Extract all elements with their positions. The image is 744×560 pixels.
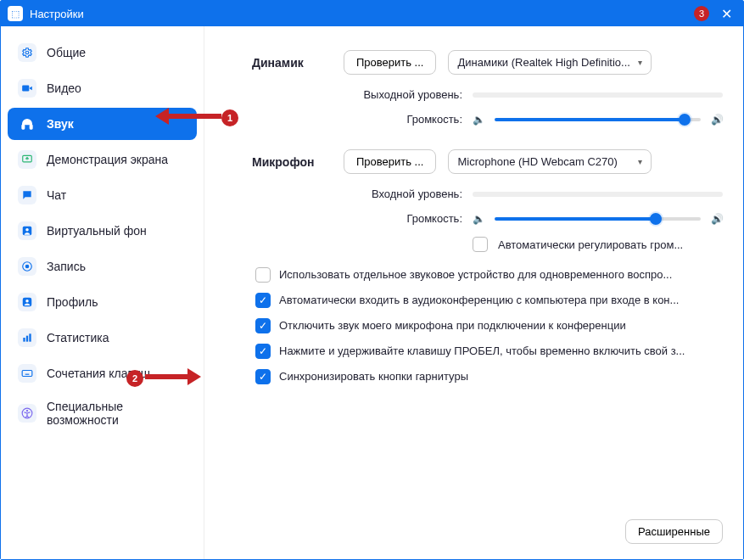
virtual-bg-icon xyxy=(18,221,36,240)
headphones-icon xyxy=(18,115,36,133)
volume-high-icon: 🔊 xyxy=(711,213,723,225)
annotation-arrow-2 xyxy=(145,372,201,382)
keyboard-icon xyxy=(18,364,36,383)
chat-icon xyxy=(18,186,36,204)
sidebar-item-chat[interactable]: Чат xyxy=(8,179,197,211)
sidebar-item-virtual-bg[interactable]: Виртуальный фон xyxy=(8,215,197,247)
svg-rect-3 xyxy=(30,125,32,129)
sidebar-item-label: Демонстрация экрана xyxy=(47,153,168,166)
sidebar-item-general[interactable]: Общие xyxy=(8,36,197,69)
speaker-device-value: Динамики (Realtek High Definitio... xyxy=(457,56,629,69)
sidebar-item-share-screen[interactable]: Демонстрация экрана xyxy=(8,143,197,176)
speaker-device-select[interactable]: Динамики (Realtek High Definitio... ▾ xyxy=(448,50,652,75)
svg-point-16 xyxy=(26,410,28,412)
chevron-down-icon: ▾ xyxy=(638,58,642,67)
sidebar-item-label: Чат xyxy=(47,188,66,202)
auto-adjust-label: Автоматически регулировать гром... xyxy=(498,238,683,251)
svg-point-10 xyxy=(25,300,29,303)
sidebar-item-label: Специальные возможности xyxy=(47,400,187,427)
annotation-badge-1: 1 xyxy=(221,109,238,126)
profile-icon xyxy=(18,293,36,311)
sidebar-item-label: Профиль xyxy=(47,295,98,309)
input-level-label: Входной уровень: xyxy=(344,188,462,200)
speaker-section-label: Динамик xyxy=(252,56,344,70)
auto-join-audio-checkbox[interactable] xyxy=(255,293,271,308)
chevron-down-icon: ▾ xyxy=(638,157,642,166)
settings-window: ⬚ Настройки 3 ✕ Общие Видео Звук Демонст… xyxy=(0,0,744,560)
volume-low-icon: 🔈 xyxy=(473,213,484,225)
auto-adjust-checkbox[interactable] xyxy=(473,237,488,252)
titlebar: ⬚ Настройки 3 ✕ xyxy=(1,1,743,26)
share-screen-icon xyxy=(18,150,36,169)
mic-volume-label: Громкость: xyxy=(344,212,462,225)
volume-low-icon: 🔈 xyxy=(473,114,484,126)
sidebar-item-recording[interactable]: Запись xyxy=(8,250,197,283)
sync-headset-checkbox[interactable] xyxy=(255,369,271,384)
sidebar-item-label: Виртуальный фон xyxy=(47,224,147,238)
gear-icon xyxy=(18,43,36,62)
svg-rect-12 xyxy=(26,336,28,342)
speaker-volume-label: Громкость: xyxy=(344,113,462,126)
video-icon xyxy=(18,79,36,98)
svg-point-0 xyxy=(25,51,29,54)
stats-icon xyxy=(18,328,36,347)
svg-rect-14 xyxy=(22,371,32,377)
record-icon xyxy=(18,257,36,276)
svg-rect-13 xyxy=(29,333,31,341)
mute-on-join-label: Отключить звук моего микрофона при подкл… xyxy=(279,318,626,332)
accessibility-icon xyxy=(18,404,36,423)
svg-rect-2 xyxy=(22,125,25,129)
app-icon: ⬚ xyxy=(8,6,23,21)
window-title: Настройки xyxy=(30,8,84,20)
sidebar-item-accessibility[interactable]: Специальные возможности xyxy=(8,393,197,434)
advanced-button[interactable]: Расширенные xyxy=(625,519,723,544)
test-speaker-button[interactable]: Проверить ... xyxy=(344,50,436,75)
close-button[interactable]: ✕ xyxy=(716,6,736,22)
separate-device-checkbox[interactable] xyxy=(255,267,271,283)
sidebar: Общие Видео Звук Демонстрация экрана Чат… xyxy=(1,26,204,559)
auto-join-audio-label: Автоматически входить в аудиоконференцию… xyxy=(279,293,679,306)
sidebar-item-statistics[interactable]: Статистика xyxy=(8,322,197,354)
annotation-badge-3: 3 xyxy=(694,6,709,21)
mute-on-join-checkbox[interactable] xyxy=(255,318,271,333)
annotation-badge-2: 2 xyxy=(126,370,143,387)
sidebar-item-label: Видео xyxy=(47,81,81,95)
volume-high-icon: 🔊 xyxy=(711,114,723,126)
svg-rect-11 xyxy=(23,338,25,342)
annotation-arrow-1 xyxy=(155,111,221,121)
speaker-volume-slider[interactable] xyxy=(495,118,701,121)
sidebar-item-video[interactable]: Видео xyxy=(8,72,197,104)
push-to-talk-checkbox[interactable] xyxy=(255,344,271,359)
content-pane: Динамик Проверить ... Динамики (Realtek … xyxy=(204,26,743,559)
svg-point-8 xyxy=(25,265,30,269)
sidebar-item-label: Запись xyxy=(47,260,86,273)
mic-volume-slider[interactable] xyxy=(495,217,701,221)
speaker-output-meter xyxy=(473,92,723,98)
separate-device-label: Использовать отдельное звуковое устройст… xyxy=(279,267,672,281)
svg-rect-1 xyxy=(22,86,29,92)
mic-section-label: Микрофон xyxy=(252,155,344,169)
mic-input-meter xyxy=(473,192,723,197)
sidebar-item-profile[interactable]: Профиль xyxy=(8,286,197,318)
sidebar-item-label: Звук xyxy=(47,117,74,131)
push-to-talk-label: Нажмите и удерживайте клавишу ПРОБЕЛ, чт… xyxy=(279,344,685,357)
mic-device-select[interactable]: Microphone (HD Webcam C270) ▾ xyxy=(448,149,652,174)
sidebar-item-label: Статистика xyxy=(47,331,109,344)
output-level-label: Выходной уровень: xyxy=(344,88,462,101)
test-mic-button[interactable]: Проверить ... xyxy=(344,149,436,174)
mic-device-value: Microphone (HD Webcam C270) xyxy=(457,155,617,168)
svg-point-6 xyxy=(25,228,29,232)
sync-headset-label: Синхронизировать кнопки гарнитуры xyxy=(279,369,468,383)
sidebar-item-label: Общие xyxy=(47,46,86,59)
